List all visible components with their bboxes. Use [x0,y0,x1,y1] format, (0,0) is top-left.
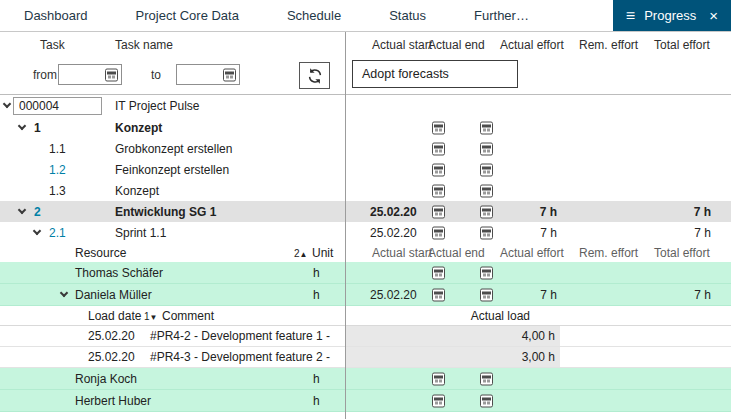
task-row: 1.1 Grobkonzept erstellen [0,138,731,159]
tab-progress[interactable]: ≡ Progress × [613,0,731,31]
col-actual-load: Actual load [430,309,530,323]
project-id-field[interactable] [13,97,102,115]
resource-name[interactable]: Ronja Koch [75,372,137,386]
tab-schedule[interactable]: Schedule [263,0,365,31]
calendar-icon[interactable] [480,205,493,218]
task-id[interactable]: 1.3 [49,184,66,198]
resource-row: Daniela Müller h 25.02.20 7 h 7 h [0,284,731,306]
load-header-row: Load date 1▼ Comment Actual load [0,306,731,326]
resource-unit: h [313,372,320,386]
task-row: 1 Konzept [0,117,731,138]
col-task: Task [40,38,65,52]
calendar-icon[interactable] [432,226,445,239]
to-date-input[interactable] [176,64,240,85]
calendar-icon[interactable] [480,163,493,176]
col-actual-effort: Actual effort [500,38,564,52]
calendar-icon[interactable] [480,184,493,197]
calendar-icon[interactable] [480,226,493,239]
task-name[interactable]: Sprint 1.1 [115,226,166,240]
calendar-icon[interactable] [480,266,493,279]
load-row: 25.02.20 #PR4-3 - Development feature 2 … [0,347,731,368]
load-row: 25.02.20 #PR4-2 - Development feature 1 … [0,326,731,347]
col-task-name: Task name [115,38,173,52]
calendar-icon[interactable] [432,288,445,301]
from-date-input[interactable] [58,64,122,85]
tab-dashboard[interactable]: Dashboard [0,0,112,31]
chevron-down-icon[interactable] [18,205,26,213]
task-id[interactable]: 1.2 [49,163,66,177]
chevron-down-icon[interactable] [33,226,41,234]
calendar-icon[interactable] [480,372,493,385]
resource-unit: h [313,288,320,302]
total-effort-value: 7 h [694,205,711,219]
col-actual-effort: Actual effort [500,246,564,260]
calendar-icon[interactable] [480,142,493,155]
chevron-down-icon[interactable] [18,121,26,129]
resource-name[interactable]: Daniela Müller [75,288,152,302]
refresh-button[interactable] [299,62,330,89]
task-row: 2.1 Sprint 1.1 25.02.20 7 h 7 h [0,222,731,243]
to-date-field[interactable] [179,66,221,83]
chevron-down-icon[interactable] [60,288,68,296]
col-unit: Unit [312,246,333,260]
calendar-icon[interactable] [432,266,445,279]
tab-further[interactable]: Further… [450,0,553,31]
close-icon[interactable]: × [709,8,718,23]
actual-load-value: 4,00 h [346,326,560,346]
resource-row: Thomas Schäfer h [0,262,731,284]
resource-row: Ronja Koch h [0,368,731,390]
actual-start-value: 25.02.20 [370,288,417,302]
calendar-icon[interactable] [432,163,445,176]
calendar-icon[interactable] [105,68,118,81]
calendar-icon[interactable] [432,372,445,385]
tab-project-core-data[interactable]: Project Core Data [112,0,263,31]
task-id[interactable]: 1.1 [49,142,66,156]
calendar-icon[interactable] [480,394,493,407]
load-date: 25.02.20 [88,350,135,364]
sort-asc-icon: ▲ [300,250,308,259]
col-actual-end: Actual end [428,246,485,260]
calendar-icon[interactable] [432,184,445,197]
calendar-icon[interactable] [223,68,236,81]
task-id[interactable]: 1 [34,121,41,135]
to-label: to [151,68,161,82]
col-load-date[interactable]: Load date [88,309,141,323]
resource-name[interactable]: Thomas Schäfer [75,266,163,280]
actual-effort-value: 7 h [540,205,557,219]
actual-start-value: 25.02.20 [370,205,417,219]
calendar-icon[interactable] [432,121,445,134]
calendar-icon[interactable] [432,142,445,155]
resource-unit: h [313,394,320,408]
progress-window: Dashboard Project Core Data Schedule Sta… [0,0,731,419]
col-resource[interactable]: Resource [75,246,126,260]
task-id[interactable]: 2 [34,205,41,219]
total-effort-value: 7 h [694,226,711,240]
calendar-icon[interactable] [480,121,493,134]
chevron-down-icon[interactable] [3,100,11,108]
col-actual-end: Actual end [428,38,485,52]
tab-status[interactable]: Status [365,0,450,31]
menu-icon[interactable]: ≡ [626,8,635,24]
actual-effort-value: 7 h [540,226,557,240]
resource-name[interactable]: Herbert Huber [75,394,151,408]
calendar-icon[interactable] [432,205,445,218]
load-date: 25.02.20 [88,329,135,343]
task-name[interactable]: Konzept [115,121,162,135]
filter-row: from to Adopt forecasts [0,57,731,95]
calendar-icon[interactable] [480,288,493,301]
task-name[interactable]: Konzept [115,184,159,198]
task-name[interactable]: Feinkonzept erstellen [115,163,229,177]
load-comment: #PR4-3 - Development feature 2 - [150,350,330,364]
project-name[interactable]: IT Project Pulse [115,99,199,113]
from-date-field[interactable] [61,66,103,83]
actual-effort-value: 7 h [540,288,557,302]
total-effort-value: 7 h [694,288,711,302]
task-name[interactable]: Grobkonzept erstellen [115,142,232,156]
actual-start-value: 25.02.20 [370,226,417,240]
adopt-forecasts-button[interactable]: Adopt forecasts [352,60,518,88]
pane-divider [345,32,346,419]
calendar-icon[interactable] [432,394,445,407]
task-row: 1.3 Konzept [0,180,731,201]
task-name[interactable]: Entwicklung SG 1 [115,205,216,219]
task-id[interactable]: 2.1 [49,226,66,240]
